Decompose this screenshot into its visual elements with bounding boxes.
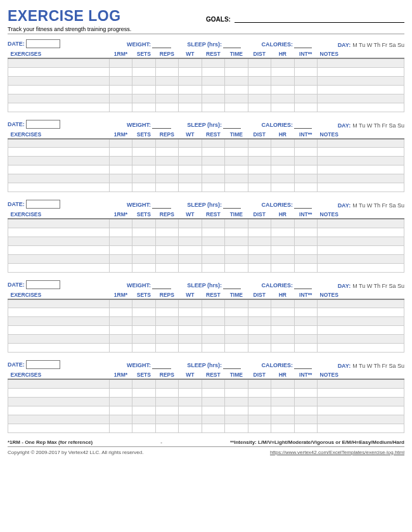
cell[interactable] <box>318 157 404 165</box>
cell[interactable] <box>8 397 110 406</box>
cell[interactable] <box>225 388 248 397</box>
cell[interactable] <box>8 415 110 424</box>
cell[interactable] <box>155 397 178 406</box>
cell[interactable] <box>155 85 178 94</box>
cell[interactable] <box>294 406 317 415</box>
cell[interactable] <box>109 415 132 424</box>
cell[interactable] <box>202 379 224 388</box>
cell[interactable] <box>179 299 202 308</box>
cell[interactable] <box>225 326 248 335</box>
cell[interactable] <box>225 174 248 183</box>
cell[interactable] <box>109 406 132 415</box>
cell[interactable] <box>202 388 224 397</box>
cell[interactable] <box>202 317 224 326</box>
cell[interactable] <box>155 219 178 228</box>
cell[interactable] <box>132 237 155 245</box>
cell[interactable] <box>155 263 178 272</box>
cell[interactable] <box>109 67 132 76</box>
cell[interactable] <box>132 397 155 406</box>
cell[interactable] <box>294 308 317 317</box>
cell[interactable] <box>155 254 178 263</box>
cell[interactable] <box>155 379 178 388</box>
cell[interactable] <box>132 219 155 228</box>
cell[interactable] <box>179 219 202 228</box>
cell[interactable] <box>294 58 317 67</box>
cell[interactable] <box>225 397 248 406</box>
cell[interactable] <box>318 379 404 388</box>
cell[interactable] <box>109 388 132 397</box>
cell[interactable] <box>8 174 110 183</box>
cell[interactable] <box>248 174 271 183</box>
cell[interactable] <box>202 415 224 424</box>
cell[interactable] <box>318 424 404 432</box>
cell[interactable] <box>8 335 110 344</box>
cell[interactable] <box>155 157 178 165</box>
cell[interactable] <box>132 139 155 148</box>
cell[interactable] <box>8 388 110 397</box>
cell[interactable] <box>318 85 404 94</box>
cell[interactable] <box>202 174 224 183</box>
cell[interactable] <box>318 58 404 67</box>
cell[interactable] <box>225 94 248 103</box>
cell[interactable] <box>248 165 271 174</box>
cell[interactable] <box>294 148 317 157</box>
cell[interactable] <box>225 219 248 228</box>
cell[interactable] <box>155 335 178 344</box>
cell[interactable] <box>202 85 224 94</box>
cell[interactable] <box>271 148 294 157</box>
cell[interactable] <box>248 326 271 335</box>
cell[interactable] <box>294 219 317 228</box>
cell[interactable] <box>225 424 248 432</box>
cell[interactable] <box>109 254 132 263</box>
cell[interactable] <box>8 148 110 157</box>
cell[interactable] <box>318 406 404 415</box>
cell[interactable] <box>109 165 132 174</box>
weight-input-line[interactable] <box>152 361 171 369</box>
cell[interactable] <box>132 165 155 174</box>
cell[interactable] <box>132 94 155 103</box>
cell[interactable] <box>132 424 155 432</box>
cell[interactable] <box>8 299 110 308</box>
cell[interactable] <box>155 148 178 157</box>
cell[interactable] <box>109 85 132 94</box>
cell[interactable] <box>248 94 271 103</box>
cell[interactable] <box>109 58 132 67</box>
cell[interactable] <box>109 183 132 192</box>
cell[interactable] <box>132 406 155 415</box>
weight-input-line[interactable] <box>152 282 171 289</box>
cell[interactable] <box>109 308 132 317</box>
cell[interactable] <box>294 183 317 192</box>
cell[interactable] <box>155 308 178 317</box>
cell[interactable] <box>109 148 132 157</box>
sleep-input-line[interactable] <box>223 41 241 48</box>
cell[interactable] <box>179 76 202 85</box>
cell[interactable] <box>294 228 317 237</box>
cell[interactable] <box>8 317 110 326</box>
cell[interactable] <box>248 237 271 245</box>
cell[interactable] <box>8 237 110 245</box>
cell[interactable] <box>202 148 224 157</box>
cell[interactable] <box>179 157 202 165</box>
cell[interactable] <box>8 379 110 388</box>
cell[interactable] <box>202 157 224 165</box>
cell[interactable] <box>248 397 271 406</box>
cell[interactable] <box>318 299 404 308</box>
cell[interactable] <box>318 254 404 263</box>
cell[interactable] <box>225 183 248 192</box>
cell[interactable] <box>155 299 178 308</box>
cell[interactable] <box>8 344 110 353</box>
cell[interactable] <box>294 263 317 272</box>
cell[interactable] <box>225 139 248 148</box>
cell[interactable] <box>109 139 132 148</box>
cell[interactable] <box>294 397 317 406</box>
cell[interactable] <box>271 397 294 406</box>
cell[interactable] <box>318 183 404 192</box>
cell[interactable] <box>248 228 271 237</box>
cell[interactable] <box>202 94 224 103</box>
cell[interactable] <box>155 165 178 174</box>
day-selector[interactable]: M Tu W Th Fr Sa Su <box>352 42 404 48</box>
cell[interactable] <box>248 379 271 388</box>
cell[interactable] <box>155 103 178 112</box>
cell[interactable] <box>271 94 294 103</box>
cell[interactable] <box>179 326 202 335</box>
